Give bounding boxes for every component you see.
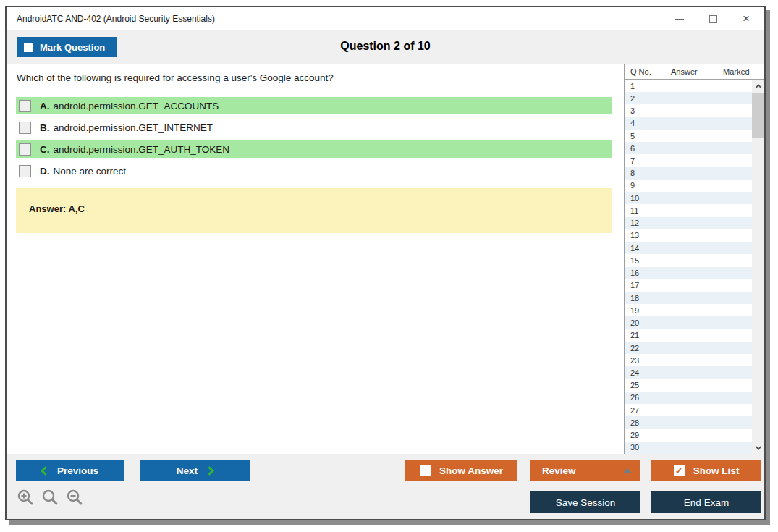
option-letter: B. — [40, 122, 50, 133]
question-list-scrollbar[interactable] — [752, 80, 764, 454]
option-letter: A. — [40, 101, 50, 111]
chevron-up-icon — [755, 84, 761, 90]
check-icon: ✓ — [675, 465, 683, 476]
question-list-row[interactable]: 23 — [625, 354, 752, 366]
question-list-header: Q No. Answer Marked — [625, 64, 764, 80]
zoom-reset-icon[interactable] — [41, 489, 59, 507]
question-list-row[interactable]: 1 — [625, 80, 752, 92]
option-text: android.permission.GET_INTERNET — [54, 122, 213, 133]
previous-label: Previous — [57, 465, 98, 476]
question-list-row[interactable]: 15 — [625, 254, 752, 266]
question-list-row[interactable]: 21 — [625, 329, 752, 342]
question-list-row[interactable]: 5 — [625, 130, 752, 142]
question-list-row[interactable]: 17 — [625, 279, 752, 292]
option-letter: C. — [40, 144, 50, 155]
header-strip: Mark Question Question 2 of 10 — [7, 30, 764, 64]
minimize-button[interactable] — [663, 7, 696, 30]
scroll-down-button[interactable] — [752, 442, 764, 454]
chevron-right-icon — [205, 466, 214, 476]
question-list-row[interactable]: 18 — [625, 292, 752, 304]
question-list-row[interactable]: 29 — [625, 429, 752, 442]
zoom-out-icon[interactable] — [66, 489, 84, 507]
next-button[interactable]: Next — [140, 460, 250, 481]
answer-option[interactable]: A.android.permission.GET_ACCOUNTS — [16, 97, 612, 114]
option-checkbox[interactable] — [19, 122, 31, 134]
maximize-button[interactable] — [696, 7, 730, 30]
window-controls: × — [663, 7, 763, 30]
previous-button[interactable]: Previous — [16, 460, 124, 481]
show-answer-button[interactable]: Show Answer — [405, 460, 517, 481]
answer-option[interactable]: B.android.permission.GET_INTERNET — [16, 119, 612, 136]
review-label: Review — [542, 465, 576, 476]
answer-option[interactable]: D.None are correct — [16, 162, 612, 180]
save-session-label: Save Session — [556, 497, 616, 508]
end-exam-label: End Exam — [684, 497, 729, 508]
column-qno: Q No. — [630, 67, 671, 76]
answer-option[interactable]: C.android.permission.GET_AUTH_TOKEN — [16, 140, 612, 158]
question-list-row[interactable]: 3 — [625, 104, 752, 117]
next-label: Next — [177, 465, 198, 476]
question-list-row[interactable]: 20 — [625, 316, 752, 329]
option-checkbox[interactable] — [19, 100, 31, 112]
question-list-row[interactable]: 13 — [625, 229, 752, 242]
answer-text: Answer: A,C — [29, 203, 85, 214]
question-list-row[interactable]: 6 — [625, 142, 752, 154]
question-list-row[interactable]: 2 — [625, 92, 752, 104]
main-area: Which of the following is required for a… — [7, 64, 764, 454]
column-marked: Marked — [723, 67, 764, 76]
app-window: AndroidATC AND-402 (Android Security Ess… — [5, 6, 766, 520]
scrollbar-thumb[interactable] — [752, 93, 764, 138]
minimize-icon — [675, 19, 684, 20]
question-list-row[interactable]: 10 — [625, 192, 752, 204]
zoom-in-icon[interactable] — [17, 489, 35, 507]
review-button[interactable]: Review — [530, 460, 640, 481]
question-list-row[interactable]: 24 — [625, 366, 752, 379]
zoom-toolbar — [17, 489, 84, 507]
option-letter: D. — [40, 166, 50, 177]
question-list-row[interactable]: 7 — [625, 154, 752, 166]
question-list-row[interactable]: 11 — [625, 204, 752, 216]
show-list-label: Show List — [693, 465, 740, 476]
option-text: android.permission.GET_ACCOUNTS — [54, 101, 219, 111]
option-checkbox[interactable] — [19, 143, 31, 156]
show-answer-label: Show Answer — [439, 465, 503, 476]
end-exam-button[interactable]: End Exam — [651, 491, 761, 513]
question-list-row[interactable]: 28 — [625, 416, 752, 428]
question-list-row[interactable]: 27 — [625, 404, 752, 416]
scroll-up-button[interactable] — [752, 80, 764, 92]
answer-box: Answer: A,C — [16, 188, 612, 233]
maximize-icon — [709, 15, 717, 23]
show-list-checkbox[interactable]: ✓ — [674, 465, 685, 476]
question-list-row[interactable]: 19 — [625, 304, 752, 316]
question-list-row[interactable]: 4 — [625, 117, 752, 130]
options-list: A.android.permission.GET_ACCOUNTSB.andro… — [16, 97, 612, 184]
title-bar: AndroidATC AND-402 (Android Security Ess… — [7, 7, 764, 30]
option-text: None are correct — [54, 166, 127, 177]
question-list-row[interactable]: 30 — [625, 442, 752, 454]
question-text: Which of the following is required for a… — [17, 72, 334, 83]
close-button[interactable]: × — [730, 7, 763, 30]
question-list-row[interactable]: 8 — [625, 167, 752, 180]
question-list-rows: 1234567891011121314151617181920212223242… — [625, 80, 752, 454]
option-text: android.permission.GET_AUTH_TOKEN — [54, 144, 230, 155]
chevron-left-icon — [41, 466, 50, 476]
column-answer: Answer — [671, 67, 723, 76]
question-list-panel: Q No. Answer Marked 12345678910111213141… — [624, 64, 764, 454]
question-list-row[interactable]: 14 — [625, 242, 752, 254]
footer-bar: Previous Next Show Answer Review ✓ Show … — [7, 454, 764, 519]
triangle-up-icon — [623, 468, 632, 473]
save-session-button[interactable]: Save Session — [530, 491, 640, 513]
window-title: AndroidATC AND-402 (Android Security Ess… — [7, 14, 215, 24]
show-answer-checkbox[interactable] — [420, 465, 431, 476]
question-list-row[interactable]: 22 — [625, 342, 752, 354]
question-list-row[interactable]: 12 — [625, 217, 752, 229]
question-list-row[interactable]: 9 — [625, 180, 752, 192]
question-list-row[interactable]: 26 — [625, 392, 752, 404]
question-list-row[interactable]: 16 — [625, 267, 752, 279]
show-list-button[interactable]: ✓ Show List — [651, 460, 761, 481]
question-list-row[interactable]: 25 — [625, 379, 752, 392]
question-counter: Question 2 of 10 — [7, 40, 764, 53]
option-checkbox[interactable] — [19, 165, 31, 177]
chevron-down-icon — [755, 444, 761, 449]
